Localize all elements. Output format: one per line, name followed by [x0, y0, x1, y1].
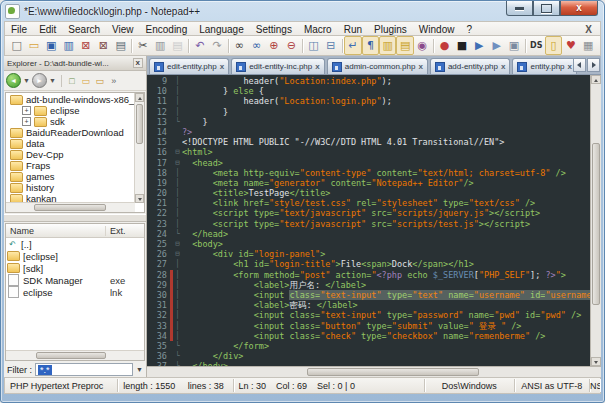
- code-line-9[interactable]: 9│ header("Location:index.php");: [147, 76, 590, 86]
- code-line-13[interactable]: 13└ }: [147, 117, 590, 127]
- code-line-33[interactable]: 33│ <input class="button" type="submit" …: [147, 321, 590, 331]
- function-list-button[interactable]: ▤: [396, 36, 413, 55]
- replace-button[interactable]: ∞: [248, 36, 265, 55]
- code-line-22[interactable]: 22│ <script type="text/javascript" src="…: [147, 208, 590, 218]
- menu-plugins[interactable]: Plugins: [368, 24, 413, 35]
- back-history-dropdown[interactable]: ▼: [21, 77, 32, 84]
- maximize-button[interactable]: [533, 1, 560, 16]
- file-row-help[interactable]: ↶[..]: [6, 238, 144, 250]
- file-row-sdk-manager[interactable]: SDK Managerexe: [6, 274, 144, 286]
- menu-encoding[interactable]: Encoding: [140, 24, 194, 35]
- show-all-chars-button[interactable]: ¶: [362, 36, 379, 55]
- fold-collapse-icon[interactable]: ⊟: [173, 147, 182, 157]
- code-line-34[interactable]: 34│ <input class="check" type="checkbox"…: [147, 331, 590, 341]
- menu-window[interactable]: Window: [413, 24, 461, 35]
- title-bar[interactable]: *E:\www\filedock\login.php - Notepad++ x: [1, 1, 604, 21]
- macro-stop-button[interactable]: ■: [453, 36, 470, 55]
- print-button[interactable]: ▤: [112, 36, 129, 55]
- tree-item-kankan[interactable]: kankan: [7, 193, 134, 202]
- menu-settings[interactable]: Settings: [250, 24, 298, 35]
- editor-scroll-down-icon[interactable]: [591, 357, 601, 366]
- minimize-button[interactable]: [506, 1, 533, 16]
- fold-collapse-icon[interactable]: ⊟: [173, 249, 182, 259]
- sync-horizontal-scroll-button[interactable]: ⊟: [322, 36, 339, 55]
- tree-item-games[interactable]: games: [7, 171, 134, 182]
- menu-language[interactable]: Language: [193, 24, 250, 35]
- find-button[interactable]: ∞: [231, 36, 248, 55]
- code-line-10[interactable]: 10│ } else {: [147, 86, 590, 96]
- file-list-hscroll-thumb[interactable]: [36, 352, 106, 359]
- editor-scroll-up-icon[interactable]: [591, 75, 601, 84]
- back-button[interactable]: ◄: [6, 73, 21, 88]
- tab-scroll-left-button[interactable]: [573, 58, 586, 72]
- tab-close-icon[interactable]: x: [568, 63, 572, 71]
- code-line-36[interactable]: 36└ </div>: [147, 351, 590, 361]
- code-line-28[interactable]: 28│ <form method="post" action="<?php ec…: [147, 270, 590, 280]
- column-header-ext[interactable]: Ext.: [106, 226, 144, 236]
- filter-input[interactable]: *.*: [35, 363, 133, 376]
- macro-run-multiple-button[interactable]: ▶: [488, 36, 505, 55]
- column-header-name[interactable]: Name: [6, 226, 106, 236]
- tab-edit-entity-php[interactable]: edit-entity.phpx: [149, 58, 229, 74]
- code-line-18[interactable]: 18│ <meta http-equiv="content-type" cont…: [147, 168, 590, 178]
- menubar-close-icon[interactable]: X: [577, 24, 600, 35]
- sync-vertical-scroll-button[interactable]: ◫: [305, 36, 322, 55]
- tab-add-entity-php[interactable]: add-entity.phpx: [430, 58, 511, 74]
- fold-collapse-icon[interactable]: ⊟: [173, 239, 182, 249]
- zoom-in-button[interactable]: ⊕: [265, 36, 282, 55]
- file-row-eclipse[interactable]: eclipselnk: [6, 286, 144, 298]
- macro-play-button[interactable]: ▶: [471, 36, 488, 55]
- close-all-docs-button[interactable]: ⊠: [95, 36, 112, 55]
- expand-icon[interactable]: +: [22, 106, 31, 115]
- editor-vertical-scrollbar[interactable]: [590, 75, 601, 366]
- code-line-26[interactable]: 26⊟ <div id="login-panel">: [147, 249, 590, 259]
- code-line-17[interactable]: 17⊟ <head>: [147, 158, 590, 168]
- undo-button[interactable]: ↶: [191, 36, 208, 55]
- code-line-12[interactable]: 12│ }: [147, 107, 590, 117]
- tab-close-icon[interactable]: x: [418, 63, 422, 71]
- tab-edit-entity-inc-php[interactable]: edit-entity-inc.phpx: [231, 58, 325, 74]
- code-line-24[interactable]: 24└ </head>: [147, 229, 590, 239]
- word-wrap-button[interactable]: ↵: [344, 36, 361, 55]
- code-line-30[interactable]: 30│ <input class="text-input" type="text…: [147, 290, 590, 300]
- code-line-21[interactable]: 21│ <link href="style/test.css" rel="sty…: [147, 198, 590, 208]
- tree-horizontal-scrollbar[interactable]: [6, 202, 135, 212]
- tree-item-fraps[interactable]: Fraps: [7, 160, 134, 171]
- tree-vscroll-thumb[interactable]: [136, 104, 143, 144]
- monitoring-button[interactable]: ◉: [414, 36, 431, 55]
- zoom-out-button[interactable]: ⊖: [283, 36, 300, 55]
- code-editor[interactable]: 9│ header("Location:index.php");10│ } el…: [147, 75, 590, 366]
- menu-search[interactable]: Search: [62, 24, 106, 35]
- code-line-32[interactable]: 32│ <input class="text-input" type="pass…: [147, 310, 590, 320]
- close-button[interactable]: x: [560, 1, 598, 16]
- tree-item-eclipse[interactable]: +eclipse: [7, 105, 134, 116]
- code-line-35[interactable]: 35└ </form>: [147, 341, 590, 351]
- macro-save-button[interactable]: ▣: [505, 36, 522, 55]
- code-line-27[interactable]: 27│ <h1 id="login-title">File<span>Dock<…: [147, 259, 590, 269]
- panel-splitter[interactable]: [4, 214, 146, 222]
- menu-edit[interactable]: Edit: [33, 24, 62, 35]
- redo-button[interactable]: ↷: [208, 36, 225, 55]
- tree-item-sdk[interactable]: +sdk: [7, 116, 134, 127]
- save-button[interactable]: ▣: [43, 36, 60, 55]
- editor-horizontal-scrollbar[interactable]: [147, 366, 601, 377]
- menu-view[interactable]: View: [106, 24, 140, 35]
- tree-vertical-scrollbar[interactable]: [134, 93, 144, 203]
- forward-history-dropdown[interactable]: ▼: [47, 77, 58, 84]
- dspellcheck-button[interactable]: DS: [528, 36, 545, 55]
- code-line-19[interactable]: 19│ <meta name="generator" content="Note…: [147, 178, 590, 188]
- fold-collapse-icon[interactable]: ⊟: [173, 158, 182, 168]
- code-line-15[interactable]: 15<!DOCTYPE HTML PUBLIC "-//W3C//DTD HTM…: [147, 137, 590, 147]
- new-item-icon[interactable]: □: [65, 74, 79, 88]
- explorer-close-icon[interactable]: x: [133, 58, 143, 68]
- tab-entity-php[interactable]: entity.phpx: [512, 58, 577, 74]
- code-line-29[interactable]: 29│ <label>用户名: </label>: [147, 280, 590, 290]
- copy-button[interactable]: ▥: [152, 36, 169, 55]
- file-list-horizontal-scrollbar[interactable]: [6, 350, 144, 360]
- menu-run[interactable]: Run: [338, 24, 368, 35]
- code-line-23[interactable]: 23│ <script type="text/javascript" src="…: [147, 219, 590, 229]
- expand-icon[interactable]: +: [22, 117, 31, 126]
- panel-overflow-chevron[interactable]: »: [107, 74, 121, 88]
- code-line-16[interactable]: 16⊟<html>: [147, 147, 590, 157]
- menu-file[interactable]: File: [5, 24, 33, 35]
